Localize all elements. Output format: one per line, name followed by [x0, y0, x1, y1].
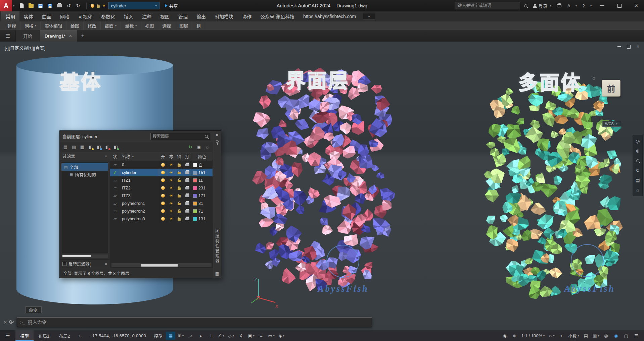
- layer-plot-icon[interactable]: [185, 164, 189, 166]
- layer-color-swatch[interactable]: [193, 171, 197, 175]
- ribbon-tab-2[interactable]: 实体: [19, 11, 38, 21]
- customization-icon[interactable]: ☰: [632, 332, 641, 340]
- set-current-layer-icon[interactable]: ◧: [112, 144, 119, 151]
- infer-constraints-toggle[interactable]: ⊿: [186, 332, 195, 340]
- ribbon-tab-4[interactable]: 网格: [56, 11, 74, 21]
- ribbon-tab-5[interactable]: 可视化: [74, 11, 97, 21]
- layer-lock-icon[interactable]: [178, 195, 181, 197]
- layer-freeze-icon[interactable]: ☀: [169, 170, 173, 175]
- layer-freeze-icon[interactable]: ☀: [169, 186, 173, 190]
- viewport-close-icon[interactable]: ✕: [635, 44, 641, 49]
- layer-row-0[interactable]: ▱0☀白: [110, 161, 213, 169]
- layer-plot-icon[interactable]: [185, 187, 189, 189]
- ribbon-tab-6[interactable]: 参数化: [97, 11, 120, 21]
- ribbon-tab-8[interactable]: 注释: [138, 11, 156, 21]
- lineweight-toggle[interactable]: ≡: [257, 332, 266, 340]
- layer-freeze-icon[interactable]: ☀: [169, 201, 173, 206]
- viewcube[interactable]: 前: [602, 80, 620, 97]
- pan-icon[interactable]: ⊕: [633, 147, 642, 155]
- help-search-input[interactable]: [455, 2, 520, 9]
- ribbon-tab-1[interactable]: 常用: [1, 11, 19, 21]
- units-button[interactable]: 小数▾: [567, 332, 581, 340]
- layer-on-icon[interactable]: [161, 194, 165, 197]
- layer-row-ITZ2[interactable]: ▱ITZ2☀231: [110, 184, 213, 192]
- command-input-box[interactable]: >_: [17, 317, 372, 327]
- layer-color-swatch[interactable]: [193, 209, 197, 213]
- share-button[interactable]: 共享: [162, 3, 181, 9]
- zoom-icon[interactable]: [633, 156, 642, 165]
- column-header-6[interactable]: 打: [183, 152, 191, 161]
- filter-tree-item-2[interactable]: ▦所有使用的: [61, 171, 108, 178]
- layer-color-swatch[interactable]: [193, 186, 197, 190]
- redo-icon[interactable]: ↻: [74, 2, 82, 10]
- settings-gear-icon[interactable]: ☼: [204, 144, 211, 151]
- layer-plot-icon[interactable]: [185, 171, 189, 174]
- layer-search-input[interactable]: [153, 134, 203, 139]
- ribbon-tab-13[interactable]: 协作: [238, 11, 256, 21]
- layer-plot-icon[interactable]: [185, 194, 189, 197]
- layer-color-swatch[interactable]: [193, 163, 197, 167]
- 3d-object-snap-toggle[interactable]: ◈▾: [277, 332, 286, 340]
- ribbon-panel-3[interactable]: 实体编辑: [41, 21, 66, 30]
- palette-close-icon[interactable]: ✕: [215, 133, 219, 137]
- ribbon-panel-11[interactable]: 组: [192, 21, 205, 30]
- ribbon-panel-7[interactable]: 坐标▾: [121, 21, 141, 30]
- quick-properties-icon[interactable]: ▤: [581, 332, 591, 340]
- layer-color-swatch[interactable]: [193, 178, 197, 182]
- collapse-filters-icon[interactable]: «: [105, 154, 107, 159]
- maximize-button[interactable]: [612, 0, 627, 11]
- layer-color-swatch[interactable]: [193, 194, 197, 198]
- viewport-minimize-icon[interactable]: [616, 44, 622, 49]
- column-header-7[interactable]: 颜色: [191, 152, 213, 161]
- new-group-filter-icon[interactable]: ▥: [71, 144, 77, 151]
- bulb-icon[interactable]: [91, 4, 94, 8]
- interface-aggregate[interactable]: [250, 68, 398, 296]
- ribbon-panel-8[interactable]: 视图: [141, 21, 158, 30]
- lock-icon[interactable]: [97, 5, 100, 8]
- invert-filter-checkbox[interactable]: [62, 262, 66, 266]
- column-header-3[interactable]: 开: [159, 152, 167, 161]
- isolate-objects-icon[interactable]: ◎: [601, 332, 611, 340]
- layer-freeze-icon[interactable]: ☀: [169, 193, 173, 198]
- orbit-icon[interactable]: ↻: [633, 166, 642, 175]
- collapse-icon[interactable]: «: [105, 262, 107, 266]
- status-menu-icon[interactable]: ☰: [0, 330, 15, 341]
- ribbon-panel-2[interactable]: 网格▾: [20, 21, 41, 30]
- help-icon[interactable]: ?: [580, 2, 587, 9]
- new-tab-button[interactable]: +: [77, 30, 89, 42]
- drawing-viewport[interactable]: [-][自定义视图][真实] ✕ 基体 界面层 多面体 AbyssFish Ab…: [0, 42, 644, 330]
- layer-row-cylinder[interactable]: ✓cylinder☀151: [110, 169, 213, 176]
- close-icon[interactable]: ✕: [3, 320, 7, 325]
- ribbon-tab-15[interactable]: https://abyssfishtech.com: [299, 11, 360, 21]
- layer-states-icon[interactable]: ▦: [79, 144, 86, 151]
- layer-lock-icon[interactable]: [178, 218, 181, 221]
- layer-lock-icon[interactable]: [178, 164, 181, 167]
- wrench-icon[interactable]: [9, 320, 14, 325]
- viewport-controls-label[interactable]: [-][自定义视图][真实]: [5, 44, 46, 51]
- column-header-2[interactable]: 名称▲: [120, 152, 159, 161]
- save-as-icon[interactable]: [46, 2, 54, 10]
- viewport-restore-icon[interactable]: [626, 44, 631, 49]
- layer-on-icon[interactable]: [161, 217, 165, 221]
- autohide-pin-icon[interactable]: [216, 140, 219, 143]
- layer-lock-icon[interactable]: [178, 203, 181, 205]
- layer-on-icon[interactable]: [161, 171, 165, 174]
- delete-layer-icon[interactable]: ◧: [104, 144, 111, 151]
- ribbon-panel-9[interactable]: 选择: [158, 21, 175, 30]
- plot-icon[interactable]: [55, 2, 63, 10]
- layer-freeze-icon[interactable]: ☀: [169, 163, 173, 167]
- polyhedra-aggregate[interactable]: [481, 79, 628, 303]
- layer-plot-icon[interactable]: [185, 210, 189, 213]
- graphics-performance-icon[interactable]: ◉: [611, 332, 621, 340]
- dynamic-input-toggle[interactable]: ▸: [196, 332, 205, 340]
- layer-row-ITZ3[interactable]: ▱ITZ3☀171: [110, 192, 213, 200]
- layer-dropdown[interactable]: cylinder ▾: [108, 2, 159, 9]
- layer-lock-icon[interactable]: [178, 172, 181, 174]
- palette-properties-icon[interactable]: ▦: [215, 271, 219, 276]
- layer-on-icon[interactable]: [161, 186, 165, 190]
- ribbon-panel-10[interactable]: 图层: [175, 21, 192, 30]
- object-snap-tracking-toggle[interactable]: ∡: [236, 332, 246, 340]
- minimize-button[interactable]: [595, 0, 610, 11]
- grid-display-toggle[interactable]: ▦: [166, 332, 175, 340]
- layer-lock-icon[interactable]: [178, 211, 181, 213]
